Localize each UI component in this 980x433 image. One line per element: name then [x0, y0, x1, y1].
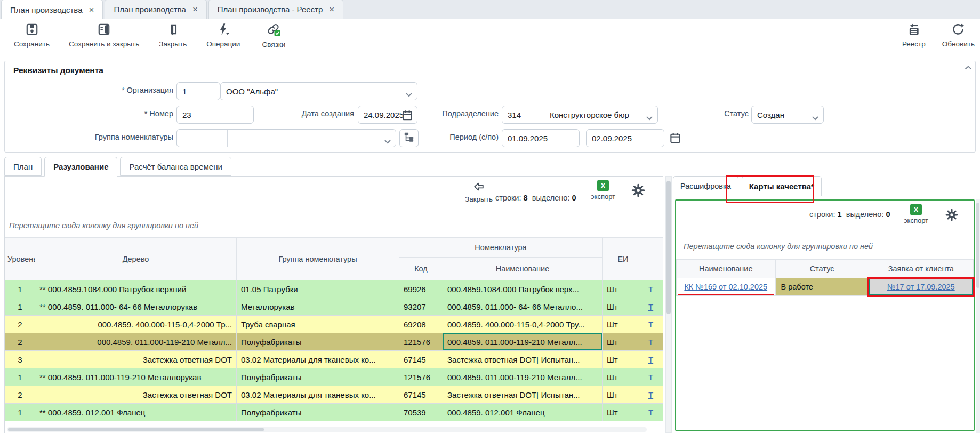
cell-unit[interactable]: Шт [603, 298, 644, 316]
creation-date-field[interactable]: 24.09.2025 [358, 106, 417, 124]
cell-group[interactable]: 01.05 Патрубки [237, 280, 399, 298]
chevron-down-icon[interactable] [646, 113, 653, 122]
cell-code[interactable]: 93207 [399, 298, 443, 316]
tab-close-icon[interactable]: × [89, 5, 94, 14]
cell-tree[interactable]: 000.4859. 400.000-115-0,4-2000 Тр... [35, 316, 237, 333]
tab-quality-cards[interactable]: Карты качества* [742, 176, 822, 196]
cell-level[interactable]: 2 [5, 316, 35, 333]
window-tab-production-plan-1[interactable]: План производства × [1, 0, 103, 19]
status-select[interactable]: Создан [751, 106, 824, 124]
grid-row[interactable]: 1** 000.4859. 012.001 ФланецПолуфабрикат… [5, 404, 664, 421]
cell-tree[interactable]: 000.4859. 011.000-119-210 Металл... [35, 333, 237, 351]
column-header-unit[interactable]: ЕИ [603, 238, 644, 280]
cell-quality-card[interactable]: КК №169 от 02.10.2025 [677, 278, 776, 296]
scrollbar-thumb[interactable] [976, 203, 979, 288]
cell-extra-link[interactable]: Т [648, 390, 653, 399]
period-to-field[interactable]: 02.09.2025 [586, 129, 664, 147]
cell-level[interactable]: 2 [5, 386, 35, 404]
cell-level[interactable]: 3 [5, 351, 35, 368]
grid-row[interactable]: 1** 000.4859. 011.000-119-210 Металлорук… [5, 368, 664, 386]
cell-extra[interactable]: Т [644, 280, 664, 298]
calendar-icon[interactable] [669, 131, 681, 147]
tab-time-balance[interactable]: Расчёт баланса времени [120, 157, 231, 176]
cell-quality-card-link[interactable]: КК №169 от 02.10.2025 [684, 283, 767, 291]
cell-code[interactable]: 69208 [399, 316, 443, 333]
cell-tree[interactable]: ** 000.4859.1084.000 Патрубок верхний [35, 280, 237, 298]
cell-extra[interactable]: Т [644, 368, 664, 386]
organization-select[interactable]: ООО "Альфа" [220, 82, 417, 100]
cell-unit[interactable]: Шт [603, 316, 644, 333]
cell-group[interactable]: Полуфабрикаты [237, 404, 399, 421]
cell-level[interactable]: 1 [5, 404, 35, 421]
cell-name[interactable]: 000.4859.1084.000 Патрубок верх... [443, 280, 603, 298]
calendar-icon[interactable] [401, 109, 413, 123]
cell-level[interactable]: 1 [5, 368, 35, 386]
cell-code[interactable]: 67145 [399, 351, 443, 368]
cell-level[interactable]: 2 [5, 333, 35, 351]
refresh-button[interactable]: Обновить [942, 22, 975, 48]
column-header-level[interactable]: Уровень [5, 238, 35, 280]
cell-group[interactable]: 03.02 Материалы для тканевых ко... [237, 386, 399, 404]
cell-code[interactable]: 69926 [399, 280, 443, 298]
grid-row[interactable]: 1** 000.4859.1084.000 Патрубок верхний01… [5, 280, 664, 298]
scrollbar-thumb[interactable] [8, 428, 264, 431]
column-header-name[interactable]: Наименование [677, 260, 776, 278]
close-button[interactable]: Закрыть [158, 22, 187, 49]
cell-name[interactable]: 000.4859. 011.000-119-210 Металл... [443, 368, 603, 386]
cell-code[interactable]: 67145 [399, 386, 443, 404]
cell-client-request[interactable]: №17 от 17.09.2025 [869, 278, 973, 296]
horizontal-scrollbar[interactable] [7, 427, 647, 432]
save-button[interactable]: Сохранить [14, 22, 50, 49]
grid-row[interactable]: 2Застежка ответная DOT03.02 Материалы дл… [5, 386, 664, 404]
cell-unit[interactable]: Шт [603, 351, 644, 368]
column-header-group[interactable]: Группа номенклатуры [237, 238, 399, 280]
save-and-close-button[interactable]: Сохранить и закрыть [69, 22, 139, 49]
cell-unit[interactable]: Шт [603, 404, 644, 421]
number-field[interactable]: 23 [176, 106, 254, 124]
grid-row[interactable]: 1** 000.4859. 011.000- 64- 66 Металлорук… [5, 298, 664, 316]
window-tab-production-plan-2[interactable]: План производства × [105, 0, 206, 19]
tree-select-button[interactable] [399, 129, 419, 147]
cell-tree[interactable]: ** 000.4859. 011.000-119-210 Металлорука… [35, 368, 237, 386]
cell-code[interactable]: 121576 [399, 333, 443, 351]
chevron-down-icon[interactable] [384, 137, 391, 146]
cell-name[interactable]: 000.4859. 012.001 Фланец [443, 404, 603, 421]
cell-extra[interactable]: Т [644, 386, 664, 404]
column-header-name[interactable]: Наименование [443, 258, 603, 280]
tab-close-icon[interactable]: × [329, 5, 334, 14]
column-header-code[interactable]: Код [399, 258, 443, 280]
cell-group[interactable]: Труба сварная [237, 316, 399, 333]
cell-group[interactable]: Полуфабрикаты [237, 368, 399, 386]
cell-name[interactable]: 000.4859. 400.000-115-0,4-2000 Тру... [443, 316, 603, 333]
cell-unit[interactable]: Шт [603, 280, 644, 298]
chevron-down-icon[interactable] [406, 90, 412, 99]
tab-plan[interactable]: План [4, 157, 42, 176]
period-from-field[interactable]: 01.09.2025 [502, 129, 580, 147]
cell-extra-link[interactable]: Т [648, 320, 653, 329]
cell-tree[interactable]: ** 000.4859. 011.000- 64- 66 Металлорука… [35, 298, 237, 316]
grid-row[interactable]: 2000.4859. 011.000-119-210 Металл...Полу… [5, 333, 664, 351]
cell-extra[interactable]: Т [644, 316, 664, 333]
organization-code-field[interactable]: 1 [176, 82, 220, 100]
cell-extra[interactable]: Т [644, 404, 664, 421]
cell-client-request-link[interactable]: №17 от 17.09.2025 [887, 283, 955, 291]
right-scrollbar[interactable] [976, 199, 980, 433]
cell-code[interactable]: 121576 [399, 368, 443, 386]
cell-extra[interactable]: Т [644, 298, 664, 316]
grid-settings-gear-icon[interactable] [631, 183, 646, 200]
cell-extra-link[interactable]: Т [648, 373, 653, 382]
nomenclature-group-select[interactable] [176, 129, 396, 147]
panel-settings-gear-icon[interactable] [945, 208, 959, 224]
registry-button[interactable]: Реестр [899, 22, 928, 48]
column-header-client-request[interactable]: Заявка от клиента [869, 260, 973, 278]
cell-name[interactable]: Застежка ответная DOT[ Испытан... [443, 351, 603, 368]
cell-extra-link[interactable]: Т [648, 285, 653, 294]
cell-extra[interactable]: Т [644, 351, 664, 368]
department-select[interactable]: Конструкторское бюр [544, 106, 658, 124]
cell-level[interactable]: 1 [5, 280, 35, 298]
cell-extra-link[interactable]: Т [648, 408, 653, 417]
cell-name[interactable]: 000.4859. 011.000-119-210 Металл... [443, 333, 603, 351]
cell-name[interactable]: 000.4859. 011.000- 64- 66 Металло... [443, 298, 603, 316]
column-header-status[interactable]: Статус [775, 260, 869, 278]
window-tab-production-plan-registry[interactable]: План производства - Реестр × [208, 0, 343, 19]
